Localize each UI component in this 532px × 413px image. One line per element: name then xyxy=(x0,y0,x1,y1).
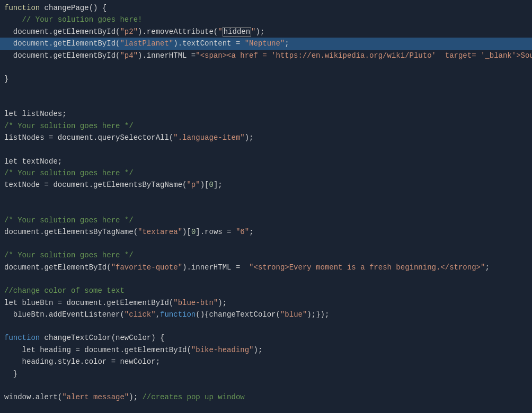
code-line: listNodes = document.querySelectorAll(".… xyxy=(0,132,532,143)
code-line-empty xyxy=(0,61,532,73)
code-line: document.getElementById("favorite-quote"… xyxy=(0,262,532,273)
code-line: /* Your solution goes here */ xyxy=(0,167,532,179)
code-line: document.getElementById("p2").removeAttr… xyxy=(0,26,532,38)
code-line-empty xyxy=(0,85,532,96)
code-line: window.alert("alert message"); //creates… xyxy=(0,391,532,403)
code-line: document.getElementsByTagName("textarea"… xyxy=(0,226,532,238)
code-line: //change color of some text xyxy=(0,285,532,297)
code-line-empty xyxy=(0,273,532,285)
code-line-highlighted: document.getElementById("lastPlanet").te… xyxy=(0,38,532,49)
code-line-empty xyxy=(0,203,532,214)
code-line: /* Your solution goes here */ xyxy=(0,249,532,261)
code-editor[interactable]: function changePage() { // Your solution… xyxy=(0,0,532,413)
code-line: function changePage() { xyxy=(0,2,532,14)
code-line: let textNode; xyxy=(0,156,532,167)
code-line: document.getElementById("p4").innerHTML … xyxy=(0,50,532,61)
code-line: // Your solution goes here! xyxy=(0,14,532,25)
code-line: /* Your solution goes here */ xyxy=(0,214,532,226)
code-line: blueBtn.addEventListener("click",functio… xyxy=(0,309,532,320)
code-line-empty xyxy=(0,144,532,156)
code-line-empty xyxy=(0,96,532,108)
code-line: } xyxy=(0,368,532,380)
code-line-empty xyxy=(0,380,532,391)
code-line-empty xyxy=(0,191,532,203)
code-line-empty xyxy=(0,403,532,413)
code-line-empty xyxy=(0,320,532,332)
code-line: textNode = document.getElementsByTagName… xyxy=(0,179,532,191)
code-line-empty xyxy=(0,238,532,249)
code-line: let listNodes; xyxy=(0,108,532,120)
code-line: function changeTextColor(newColor) { xyxy=(0,332,532,344)
code-line: } xyxy=(0,73,532,85)
code-line: /* Your solution goes here */ xyxy=(0,120,532,132)
code-line: let blueBtn = document.getElementById("b… xyxy=(0,297,532,309)
code-line: heading.style.color = newColor; xyxy=(0,356,532,367)
code-line: let heading = document.getElementById("b… xyxy=(0,344,532,356)
